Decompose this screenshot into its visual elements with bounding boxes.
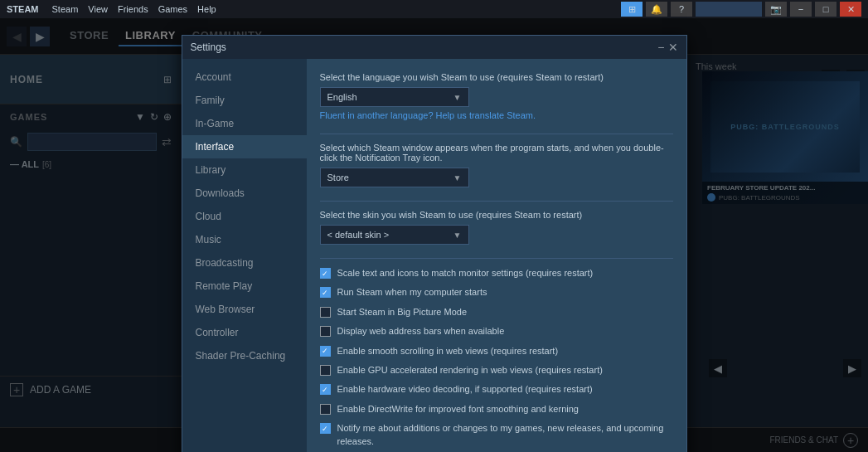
settings-menu-broadcasting[interactable]: Broadcasting [182, 251, 307, 275]
dialog-title-bar: Settings − ✕ [182, 36, 686, 59]
skin-label: Select the skin you wish Steam to use (r… [320, 210, 673, 220]
skin-select-row: < default skin > ▼ [320, 225, 673, 245]
menu-friends[interactable]: Friends [118, 4, 148, 14]
settings-menu-library[interactable]: Library [182, 158, 307, 182]
checkbox-gpu-input[interactable] [320, 365, 331, 376]
dialog-close-btn[interactable]: ✕ [668, 41, 678, 53]
dialog-body: Account Family In-Game Interface Library… [182, 59, 686, 452]
settings-menu-downloads[interactable]: Downloads [182, 182, 307, 205]
language-select[interactable]: English ▼ [320, 87, 469, 107]
fluent-link[interactable]: Fluent in another language? Help us tran… [320, 110, 673, 120]
bigpicture-btn[interactable]: ⊞ [621, 2, 643, 17]
skin-select[interactable]: < default skin > ▼ [320, 225, 469, 245]
startup-label: Select which Steam window appears when t… [320, 143, 673, 163]
checkbox-addressbar-input[interactable] [320, 326, 331, 337]
skin-section: Select the skin you wish Steam to use (r… [320, 210, 673, 245]
startup-dropdown-arrow: ▼ [453, 173, 462, 182]
settings-menu-interface[interactable]: Interface [182, 135, 307, 158]
close-win-btn[interactable]: ✕ [840, 2, 861, 17]
settings-menu-controller[interactable]: Controller [182, 321, 307, 344]
settings-menu-family[interactable]: Family [182, 89, 307, 112]
language-select-row: English ▼ [320, 87, 673, 107]
minimize-win-btn[interactable]: − [790, 2, 812, 17]
checkbox-hwvideo: Enable hardware video decoding, if suppo… [320, 383, 673, 396]
checkbox-hwvideo-input[interactable] [320, 384, 331, 395]
checkbox-smoothscroll-input[interactable] [320, 346, 331, 357]
checkbox-addressbar: Display web address bars when available [320, 325, 673, 338]
checkbox-bigpicture: Start Steam in Big Picture Mode [320, 306, 673, 318]
checkbox-notify-input[interactable] [320, 423, 331, 434]
checkbox-scale-label: Scale text and icons to match monitor se… [337, 267, 594, 279]
checkboxes-section: Scale text and icons to match monitor se… [320, 267, 673, 448]
checkbox-bigpicture-input[interactable] [320, 307, 331, 318]
restore-win-btn[interactable]: □ [815, 2, 836, 17]
screenshot-btn[interactable]: 📷 [765, 2, 787, 17]
steam-header-controls: ⊞ 🔔 ? 📷 − □ ✕ [621, 2, 861, 17]
divider-2 [320, 201, 673, 202]
settings-menu-cloud[interactable]: Cloud [182, 205, 307, 228]
startup-section: Select which Steam window appears when t… [320, 143, 673, 187]
settings-menu-webbrowser[interactable]: Web Browser [182, 298, 307, 321]
modal-overlay: Settings − ✕ Account Family In-Game Inte… [0, 18, 868, 452]
language-value: English [327, 92, 357, 102]
settings-menu-account[interactable]: Account [182, 66, 307, 89]
settings-menu-shadercaching[interactable]: Shader Pre-Caching [182, 344, 307, 367]
steam-brand: STEAM [7, 4, 39, 14]
settings-content: Select the language you wish Steam to us… [307, 59, 686, 452]
settings-sidebar: Account Family In-Game Interface Library… [182, 59, 307, 452]
settings-dialog: Settings − ✕ Account Family In-Game Inte… [182, 35, 687, 452]
skin-dropdown-arrow: ▼ [453, 231, 462, 240]
checkbox-notify: Notify me about additions or changes to … [320, 422, 673, 448]
divider-1 [320, 134, 673, 134]
settings-menu-music[interactable]: Music [182, 228, 307, 251]
dialog-title: Settings [191, 41, 226, 53]
menu-steam[interactable]: Steam [52, 4, 79, 14]
checkbox-bigpicture-label: Start Steam in Big Picture Mode [337, 306, 468, 318]
checkbox-smoothscroll-label: Enable smooth scrolling in web views (re… [337, 345, 559, 357]
checkbox-scale-input[interactable] [320, 268, 331, 279]
dialog-minimize-btn[interactable]: − [657, 41, 664, 53]
startup-select-row: Store ▼ [320, 168, 673, 187]
checkbox-smoothscroll: Enable smooth scrolling in web views (re… [320, 345, 673, 357]
checkbox-startup-label: Run Steam when my computer starts [337, 286, 487, 299]
startup-select[interactable]: Store ▼ [320, 168, 469, 187]
checkbox-addressbar-label: Display web address bars when available [337, 325, 505, 338]
language-label: Select the language you wish Steam to us… [320, 72, 673, 82]
search-header[interactable] [696, 2, 762, 17]
menu-games[interactable]: Games [158, 4, 187, 14]
notification-btn[interactable]: 🔔 [646, 2, 667, 17]
checkbox-startup: Run Steam when my computer starts [320, 286, 673, 299]
settings-menu-ingame[interactable]: In-Game [182, 112, 307, 135]
dialog-controls: − ✕ [657, 41, 677, 53]
help-btn[interactable]: ? [671, 2, 692, 17]
checkbox-gpu-label: Enable GPU accelerated rendering in web … [337, 364, 603, 377]
checkbox-gpu: Enable GPU accelerated rendering in web … [320, 364, 673, 377]
top-menu-bar: STEAM Steam View Friends Games Help ⊞ 🔔 … [0, 0, 868, 18]
menu-help[interactable]: Help [197, 4, 216, 14]
language-dropdown-arrow: ▼ [453, 93, 462, 102]
language-section: Select the language you wish Steam to us… [320, 72, 673, 120]
settings-menu-remoteplay[interactable]: Remote Play [182, 275, 307, 298]
checkbox-scale: Scale text and icons to match monitor se… [320, 267, 673, 279]
startup-value: Store [327, 173, 349, 182]
top-menu-items: Steam View Friends Games Help [52, 4, 216, 14]
divider-3 [320, 258, 673, 259]
checkbox-startup-input[interactable] [320, 287, 331, 298]
checkbox-notify-label: Notify me about additions or changes to … [337, 422, 673, 448]
menu-view[interactable]: View [88, 4, 108, 14]
checkbox-directwrite: Enable DirectWrite for improved font smo… [320, 403, 673, 416]
skin-value: < default skin > [327, 230, 390, 240]
checkbox-hwvideo-label: Enable hardware video decoding, if suppo… [337, 383, 593, 396]
checkbox-directwrite-label: Enable DirectWrite for improved font smo… [337, 403, 579, 416]
checkbox-directwrite-input[interactable] [320, 404, 331, 415]
